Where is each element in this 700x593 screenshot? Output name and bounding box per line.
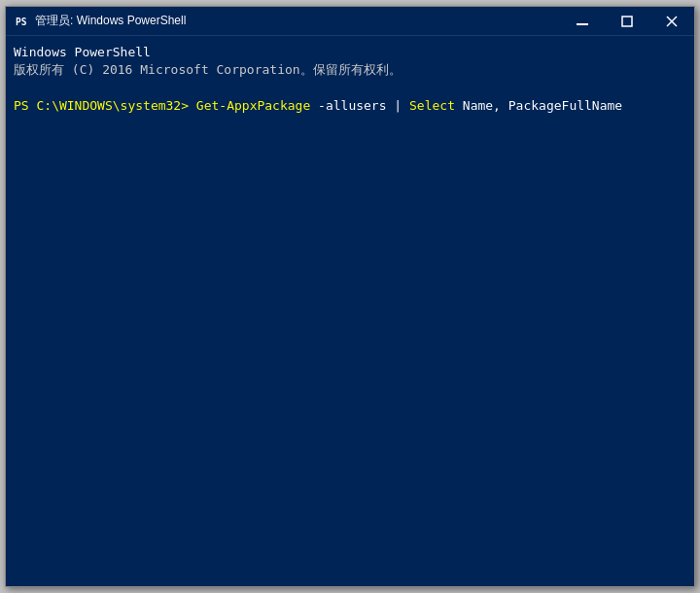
terminal-body[interactable]: Windows PowerShell 版权所有 (C) 2016 Microso… bbox=[6, 36, 694, 586]
terminal-line-1: Windows PowerShell bbox=[14, 44, 686, 61]
title-bar-left: PS 管理员: Windows PowerShell bbox=[14, 13, 186, 29]
cmd-pipe: | bbox=[387, 97, 409, 115]
window-title: 管理员: Windows PowerShell bbox=[35, 13, 186, 29]
terminal-prompt: PS C:\WINDOWS\system32> bbox=[14, 97, 196, 115]
title-bar: PS 管理员: Windows PowerShell bbox=[6, 7, 694, 36]
window-controls bbox=[560, 7, 694, 36]
cmd-allusers: -allusers bbox=[310, 97, 386, 115]
terminal-command-line: PS C:\WINDOWS\system32> Get-AppxPackage … bbox=[14, 97, 686, 115]
svg-rect-2 bbox=[577, 23, 588, 25]
svg-rect-3 bbox=[622, 17, 632, 26]
cmd-get-appx: Get-AppxPackage bbox=[196, 97, 310, 115]
powershell-window: PS 管理员: Windows PowerShell bbox=[5, 6, 695, 587]
terminal-line-3 bbox=[14, 79, 686, 96]
powershell-icon: PS bbox=[14, 14, 29, 29]
maximize-button[interactable] bbox=[605, 7, 649, 36]
cmd-fields: Name, PackageFullName bbox=[455, 97, 622, 115]
svg-text:PS: PS bbox=[16, 17, 27, 27]
close-button[interactable] bbox=[649, 7, 694, 36]
terminal-line-2: 版权所有 (C) 2016 Microsoft Corporation。保留所有… bbox=[14, 61, 686, 79]
minimize-button[interactable] bbox=[560, 7, 605, 36]
cmd-select-keyword: Select bbox=[409, 97, 455, 115]
